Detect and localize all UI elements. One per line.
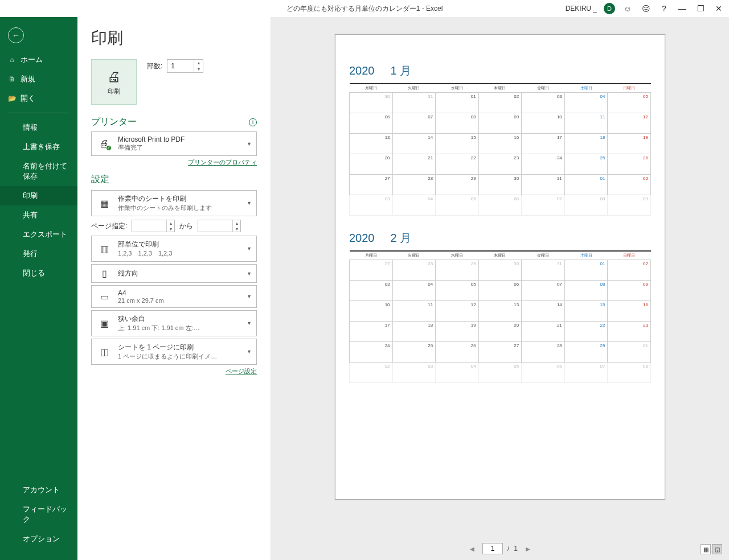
paper-title: A4 xyxy=(118,289,252,297)
sidebar-item-mid-2[interactable]: 名前を付けて保存 xyxy=(0,157,77,186)
sidebar-item-label: 開く xyxy=(21,93,35,104)
calendar-table: 月曜日火曜日水曜日木曜日金曜日土曜日日曜日3031010203040506070… xyxy=(349,83,651,216)
sidebar-item-mid-3[interactable]: 印刷 xyxy=(0,186,77,205)
chevron-down-icon: ▼ xyxy=(247,294,252,299)
a4-icon xyxy=(100,291,109,302)
page-title: 印刷 xyxy=(91,27,257,49)
sidebar-item-mid-1[interactable]: 上書き保存 xyxy=(0,137,77,157)
sidebar-item-bottom-0[interactable]: アカウント xyxy=(0,480,77,500)
orientation-selector[interactable]: 縦方向 ▼ xyxy=(91,264,257,283)
sidebar-item-mid-6[interactable]: 発行 xyxy=(0,244,77,263)
spin-up-icon[interactable]: ▲ xyxy=(194,60,203,66)
page-sep: / xyxy=(507,545,509,553)
margins-desc: 上: 1.91 cm 下: 1.91 cm 左:… xyxy=(118,324,252,332)
sidebar-item-label: アカウント xyxy=(23,485,60,495)
page-icon xyxy=(102,268,107,279)
sidebar-item-label: 印刷 xyxy=(23,191,38,201)
calendar-title: 20201 月 xyxy=(349,63,651,79)
margins-title: 狭い余白 xyxy=(118,314,252,324)
page-to-input[interactable]: ▲▼ xyxy=(198,220,241,232)
spin-down-icon[interactable]: ▼ xyxy=(194,66,203,72)
sidebar-item-label: 発行 xyxy=(23,249,38,259)
prev-page-button[interactable]: ◀ xyxy=(466,546,478,552)
smile-icon[interactable]: ☺ xyxy=(622,3,633,14)
sidebar-item-0[interactable]: ⌂ホーム xyxy=(0,50,77,69)
chevron-down-icon: ▼ xyxy=(247,141,252,147)
printer-selector[interactable]: ✓ Microsoft Print to PDF 準備完了 ▼ xyxy=(91,131,257,156)
page-total: 1 xyxy=(514,545,518,553)
titlebar: どの年度にも対応する月単位のカレンダー1 - Excel DEKIRU _ D … xyxy=(0,0,729,17)
sidebar-divider xyxy=(8,113,69,113)
calendar-title: 20202 月 xyxy=(349,230,651,246)
scaling-title: シートを 1 ページに印刷 xyxy=(118,343,252,352)
zoom-page-button[interactable]: ◱ xyxy=(712,544,722,554)
margins-selector[interactable]: 狭い余白 上: 1.91 cm 下: 1.91 cm 左:… ▼ xyxy=(91,310,257,336)
sidebar-item-2[interactable]: 📂開く xyxy=(0,89,77,108)
copies-label: 部数: xyxy=(147,61,162,71)
restore-icon[interactable]: ❐ xyxy=(695,3,706,14)
print-preview-page: 20201 月月曜日火曜日水曜日木曜日金曜日土曜日日曜日303101020304… xyxy=(335,34,665,500)
chevron-down-icon: ▼ xyxy=(247,349,252,355)
sidebar-item-label: 上書き保存 xyxy=(23,142,60,152)
collate-selector[interactable]: 部単位で印刷 1,2,3 1,2,3 1,2,3 ▼ xyxy=(91,236,257,262)
page-setup-link[interactable]: ページ設定 xyxy=(91,367,257,376)
next-page-button[interactable]: ▶ xyxy=(522,546,534,552)
sidebar-item-mid-4[interactable]: 共有 xyxy=(0,205,77,225)
print-button[interactable]: 印刷 xyxy=(91,59,137,105)
sidebar-icon: 🗎 xyxy=(8,75,16,83)
sidebar-item-label: 閉じる xyxy=(23,268,45,278)
chevron-down-icon: ▼ xyxy=(247,320,252,326)
sidebar-item-mid-7[interactable]: 閉じる xyxy=(0,263,77,283)
page-spec-kara: から xyxy=(179,221,193,231)
page-number-input[interactable] xyxy=(482,543,503,554)
printer-status: 準備完了 xyxy=(118,143,252,152)
frown-icon[interactable]: ☹ xyxy=(640,3,652,14)
sidebar-item-bottom-2[interactable]: オプション xyxy=(0,529,77,549)
close-icon[interactable]: ✕ xyxy=(713,3,724,14)
backstage-sidebar: ← ⌂ホーム🗎新規📂開く 情報上書き保存名前を付けて保存印刷共有エクスポート発行… xyxy=(0,17,77,560)
fit-icon xyxy=(100,347,109,357)
printer-heading: プリンター xyxy=(91,116,137,128)
copies-input[interactable]: ▲▼ xyxy=(167,59,203,73)
sidebar-icon: 📂 xyxy=(8,94,16,102)
printer-icon xyxy=(107,69,121,85)
collate-desc: 1,2,3 1,2,3 1,2,3 xyxy=(118,249,252,258)
sidebar-item-label: フィードバック xyxy=(23,504,69,525)
sheet-icon xyxy=(100,198,109,209)
paper-desc: 21 cm x 29.7 cm xyxy=(118,297,252,304)
scaling-selector[interactable]: シートを 1 ページに印刷 1 ページに収まるように印刷イメ… ▼ xyxy=(91,339,257,365)
chevron-down-icon: ▼ xyxy=(247,200,252,206)
calendar-table: 月曜日火曜日水曜日木曜日金曜日土曜日日曜日2728293031010203040… xyxy=(349,250,651,383)
sidebar-item-label: 共有 xyxy=(23,210,38,220)
print-what-selector[interactable]: 作業中のシートを印刷 作業中のシートのみを印刷します ▼ xyxy=(91,190,257,216)
sidebar-item-bottom-1[interactable]: フィードバック xyxy=(0,500,77,529)
sidebar-item-mid-5[interactable]: エクスポート xyxy=(0,225,77,244)
preview-footer: ◀ / 1 ▶ xyxy=(271,543,729,554)
paper-size-selector[interactable]: A4 21 cm x 29.7 cm ▼ xyxy=(91,285,257,308)
page-from-input[interactable]: ▲▼ xyxy=(132,220,175,232)
user-name: DEKIRU _ xyxy=(566,5,597,13)
avatar[interactable]: D xyxy=(604,3,615,14)
minimize-icon[interactable]: — xyxy=(677,3,688,14)
sidebar-item-mid-0[interactable]: 情報 xyxy=(0,118,77,137)
collate-title: 部単位で印刷 xyxy=(118,240,252,249)
print-what-title: 作業中のシートを印刷 xyxy=(118,194,252,204)
scaling-desc: 1 ページに収まるように印刷イメ… xyxy=(118,352,252,361)
show-margins-button[interactable]: ▦ xyxy=(701,544,711,554)
sidebar-item-label: オプション xyxy=(23,534,60,544)
window-title: どの年度にも対応する月単位のカレンダー1 - Excel xyxy=(286,4,443,14)
sidebar-item-label: 名前を付けて保存 xyxy=(23,161,69,182)
printer-properties-link[interactable]: プリンターのプロパティ xyxy=(91,158,257,167)
chevron-down-icon: ▼ xyxy=(247,271,252,277)
copies-field[interactable] xyxy=(167,62,194,70)
collate-icon xyxy=(100,244,109,254)
help-icon[interactable]: ? xyxy=(658,3,670,14)
settings-heading: 設定 xyxy=(91,174,257,186)
margins-icon xyxy=(100,318,109,329)
sidebar-item-label: 情報 xyxy=(23,122,38,133)
sidebar-item-1[interactable]: 🗎新規 xyxy=(0,69,77,89)
sidebar-item-label: 新規 xyxy=(21,74,35,84)
info-icon[interactable]: i xyxy=(249,118,257,126)
back-button[interactable]: ← xyxy=(8,27,24,43)
sidebar-item-label: ホーム xyxy=(21,55,43,65)
